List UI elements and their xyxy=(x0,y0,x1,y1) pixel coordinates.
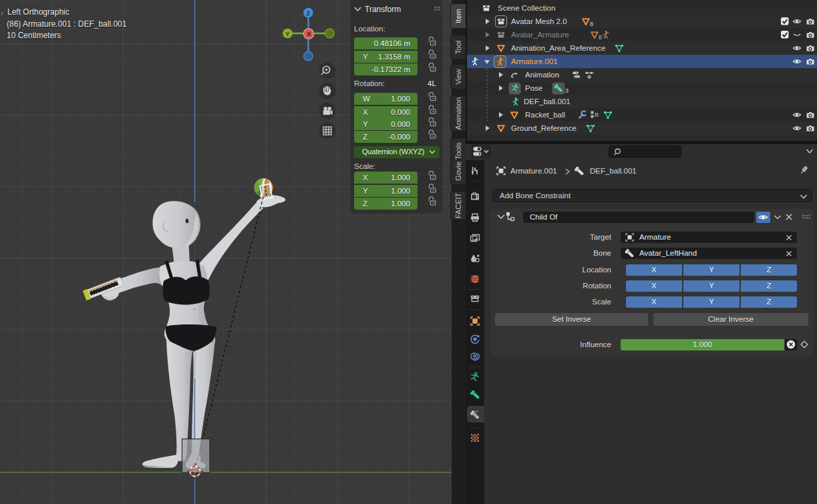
svg-text:Y: Y xyxy=(285,30,290,37)
svg-text:X: X xyxy=(307,30,311,37)
svg-text:Z: Z xyxy=(307,9,311,17)
